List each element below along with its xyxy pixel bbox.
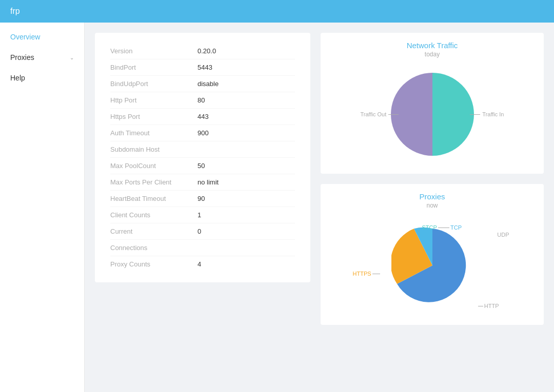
info-label-4: Https Port [110,113,197,120]
https-label-group: HTTPS [353,271,380,277]
https-label: HTTPS [353,271,371,277]
info-value-5: 900 [197,129,209,137]
info-value-11: 0 [197,228,201,235]
udp-label: UDP [497,232,509,238]
app-title: frp [10,7,20,16]
info-label-0: Version [110,47,197,55]
http-label: HTTP [484,303,499,309]
traffic-in-line [470,114,480,115]
info-label-2: BindUdpPort [110,80,197,88]
network-traffic-subtitle: today [425,51,440,58]
info-row-12: Connections [110,240,295,256]
info-row-9: HeartBeat Timeout 90 [110,191,295,207]
info-row-10: Client Counts 1 [110,207,295,223]
tcp-label: TCP [450,224,462,231]
info-row-4: Https Port 443 [110,109,295,125]
sidebar-item-help[interactable]: Help [0,68,84,88]
info-row-13: Proxy Counts 4 [110,256,295,272]
info-label-7: Max PoolCount [110,162,197,170]
info-value-9: 90 [197,195,205,202]
http-line [478,306,483,306]
info-row-1: BindPort 5443 [110,59,295,76]
traffic-out-label: Traffic Out [361,111,387,117]
info-label-6: Subdomain Host [110,146,197,153]
sidebar-item-overview-label: Overview [10,33,40,41]
info-value-3: 80 [197,96,205,104]
traffic-out-line [388,114,399,115]
proxies-chart [391,224,473,306]
info-value-0: 0.20.0 [197,47,216,55]
network-traffic-chart [386,68,479,160]
app-header: frp [0,0,554,23]
proxies-chart-title: Proxies [419,192,445,201]
sidebar-item-proxies-label: Proxies [10,53,34,61]
main-content: Version 0.20.0 BindPort 5443 BindUdpPort… [85,23,554,392]
proxies-chart-subtitle: now [426,202,438,209]
info-value-4: 443 [197,113,209,120]
info-label-1: BindPort [110,64,197,71]
network-traffic-title: Network Traffic [407,41,458,50]
info-label-13: Proxy Counts [110,260,197,268]
info-label-12: Connections [110,244,197,252]
info-value-10: 1 [197,211,201,219]
info-row-8: Max Ports Per Client no limit [110,174,295,191]
sidebar-item-overview[interactable]: Overview [0,27,84,47]
chevron-down-icon: ⌄ [70,55,74,60]
sidebar-item-help-label: Help [10,74,25,82]
info-panel: Version 0.20.0 BindPort 5443 BindUdpPort… [95,33,310,282]
info-value-8: no limit [197,178,219,186]
info-row-11: Current 0 [110,223,295,240]
stcp-label: STCP [422,224,437,231]
info-row-0: Version 0.20.0 [110,43,295,59]
info-value-7: 50 [197,162,205,170]
info-label-3: Http Port [110,96,197,104]
main-layout: Overview Proxies ⌄ Help Version 0.20.0 B… [0,23,554,392]
info-label-10: Client Counts [110,211,197,219]
info-label-11: Current [110,228,197,235]
udp-label-group: UDP [497,230,509,239]
proxies-chart-section: Proxies now STCP [321,184,544,325]
info-label-9: HeartBeat Timeout [110,195,197,202]
stcp-label-group: STCP [422,224,446,231]
info-row-5: Auth Timeout 900 [110,125,295,141]
info-label-5: Auth Timeout [110,129,197,137]
tcp-label-group: TCP [445,224,462,231]
network-traffic-section: Network Traffic today Traffic Out [321,33,544,174]
sidebar: Overview Proxies ⌄ Help [0,23,85,392]
info-value-1: 5443 [197,64,212,71]
info-value-2: disable [197,80,219,88]
stcp-line [438,228,446,228]
charts-panel: Network Traffic today Traffic Out [321,33,544,382]
http-label-group: HTTP [478,303,499,309]
info-row-2: BindUdpPort disable [110,76,295,92]
info-label-8: Max Ports Per Client [110,178,197,186]
tcp-line [445,228,449,228]
https-line [372,274,380,274]
info-row-3: Http Port 80 [110,92,295,109]
traffic-in-label: Traffic In [482,111,504,117]
sidebar-item-proxies[interactable]: Proxies ⌄ [0,47,84,68]
info-value-13: 4 [197,260,201,268]
info-row-6: Subdomain Host [110,141,295,158]
info-row-7: Max PoolCount 50 [110,158,295,174]
